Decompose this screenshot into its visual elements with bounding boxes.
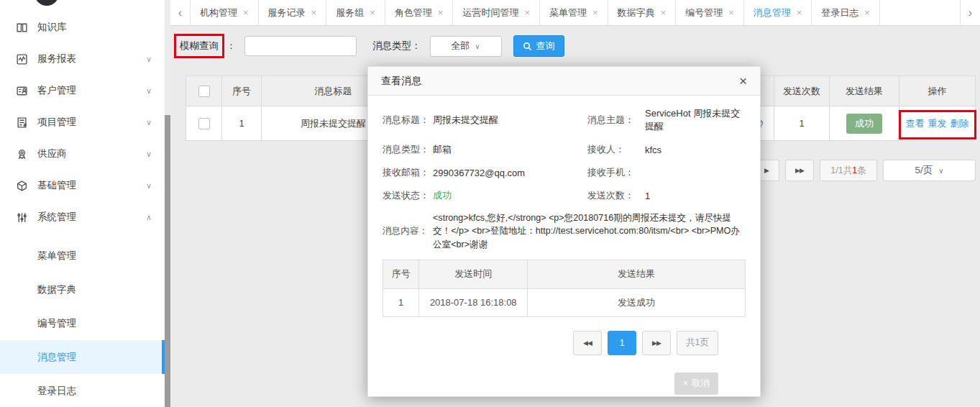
sidebar-item-label: 服务报表 bbox=[37, 52, 146, 65]
cancel-button[interactable]: × 取消 bbox=[674, 372, 718, 395]
field-label-send-count: 发送次数： bbox=[587, 189, 645, 202]
page-size-select[interactable]: 5/页 ∨ bbox=[883, 160, 976, 181]
resend-link[interactable]: 重发 bbox=[928, 117, 947, 130]
sidebar-subitem-label: 数据字典 bbox=[37, 283, 76, 296]
status-badge-success: 成功 bbox=[846, 114, 882, 134]
tab-item[interactable]: 登录日志 × bbox=[812, 0, 880, 25]
tab-item[interactable]: 编号管理 × bbox=[676, 0, 744, 25]
customer-card-icon bbox=[16, 85, 28, 97]
close-icon[interactable]: × bbox=[311, 7, 317, 18]
cube-icon bbox=[16, 180, 28, 192]
row-checkbox[interactable] bbox=[198, 118, 210, 129]
column-header-index: 序号 bbox=[222, 76, 262, 106]
sidebar-item-number-mgmt[interactable]: 编号管理 bbox=[0, 306, 165, 340]
send-history-header-row: 序号 发送时间 发送结果 bbox=[383, 260, 745, 289]
sidebar-subitem-label: 编号管理 bbox=[37, 317, 76, 330]
sidebar-scrollbar-track[interactable] bbox=[165, 0, 170, 407]
tabs-scroll-left-button[interactable]: ‹ bbox=[170, 0, 191, 25]
chevron-up-icon: ∧ bbox=[146, 213, 152, 222]
page-1-button-active[interactable]: 1 bbox=[608, 331, 636, 355]
search-icon bbox=[523, 42, 532, 51]
close-icon[interactable]: × bbox=[864, 7, 870, 18]
supplier-medal-icon bbox=[16, 148, 28, 160]
column-header-send-count: 发送次数 bbox=[774, 76, 830, 106]
sidebar-item-label: 供应商 bbox=[37, 147, 146, 160]
tab-label: 编号管理 bbox=[685, 6, 723, 19]
sidebar-item-login-log[interactable]: 登录日志 bbox=[0, 374, 165, 407]
field-value-send-count: 1 bbox=[645, 191, 746, 201]
first-page-button[interactable]: ◀◀ bbox=[573, 331, 602, 355]
table-pagination: ▶ ▶▶ 1/1共1条 5/页 ∨ bbox=[754, 160, 976, 181]
send-history-row: 1 2018-07-18 16:18:08 发送成功 bbox=[383, 289, 745, 316]
tab-item-active[interactable]: 消息管理 × bbox=[744, 0, 812, 25]
tab-item[interactable]: 机构管理 × bbox=[191, 0, 259, 25]
tab-label: 运营时间管理 bbox=[462, 6, 518, 19]
filter-bar: 模糊查询 ： 消息类型： 全部 ∨ 查询 bbox=[174, 33, 564, 59]
close-icon[interactable]: × bbox=[438, 7, 444, 18]
last-page-icon: ▶▶ bbox=[795, 167, 804, 174]
field-label-receiver: 接收人： bbox=[587, 143, 645, 156]
sidebar-item-label: 基础管理 bbox=[37, 179, 146, 192]
tab-item[interactable]: 运营时间管理 × bbox=[453, 0, 540, 25]
close-icon[interactable]: × bbox=[797, 7, 802, 18]
tabs-scroll-right-button[interactable]: › bbox=[960, 0, 980, 25]
view-message-modal: 查看消息 × 消息标题： 周报未提交提醒 消息主题： ServiceHot 周报… bbox=[367, 66, 761, 397]
close-icon[interactable]: × bbox=[243, 7, 249, 18]
sidebar-item-menu-mgmt[interactable]: 菜单管理 bbox=[0, 239, 165, 273]
message-type-selected-value: 全部 bbox=[451, 40, 470, 52]
field-label-phone: 接收手机： bbox=[587, 166, 645, 179]
fuzzy-search-colon: ： bbox=[226, 40, 236, 52]
cancel-x-icon: × bbox=[683, 378, 688, 388]
chevron-down-icon: ∨ bbox=[146, 86, 152, 96]
tab-label: 服务记录 bbox=[268, 6, 306, 19]
close-icon[interactable]: × bbox=[592, 7, 598, 18]
sidebar-item-project-mgmt[interactable]: 项目管理 ∨ bbox=[0, 106, 165, 138]
field-value-status: 成功 bbox=[433, 189, 587, 202]
view-link[interactable]: 查看 bbox=[906, 117, 925, 130]
close-icon[interactable]: × bbox=[370, 7, 375, 18]
sidebar-item-data-dict[interactable]: 数据字典 bbox=[0, 273, 165, 306]
sidebar-scrollbar-thumb[interactable] bbox=[165, 115, 170, 407]
last-page-button[interactable]: ▶▶ bbox=[642, 331, 671, 355]
tab-item[interactable]: 数据字典 × bbox=[608, 0, 677, 25]
message-type-select[interactable]: 全部 ∨ bbox=[430, 36, 502, 57]
close-icon[interactable]: × bbox=[524, 7, 530, 18]
tab-item[interactable]: 服务记录 × bbox=[259, 0, 327, 25]
field-label-email: 接收邮箱： bbox=[383, 166, 433, 179]
last-page-button[interactable]: ▶▶ bbox=[785, 160, 814, 181]
close-icon[interactable]: × bbox=[739, 74, 747, 88]
sidebar-item-supplier[interactable]: 供应商 ∨ bbox=[0, 138, 165, 170]
tab-label: 菜单管理 bbox=[549, 6, 587, 19]
close-icon[interactable]: × bbox=[728, 7, 734, 18]
column-header-index: 序号 bbox=[383, 260, 419, 288]
sliders-icon bbox=[16, 211, 28, 224]
sidebar-item-service-report[interactable]: 服务报表 ∨ bbox=[0, 43, 165, 75]
search-button-label: 查询 bbox=[536, 40, 555, 52]
sidebar-item-message-mgmt[interactable]: 消息管理 bbox=[0, 340, 165, 374]
sidebar-item-base-mgmt[interactable]: 基础管理 ∨ bbox=[0, 170, 165, 201]
fuzzy-search-label-annotated: 模糊查询 bbox=[174, 34, 224, 58]
field-label-title: 消息标题： bbox=[383, 114, 433, 127]
tab-item[interactable]: 角色管理 × bbox=[385, 0, 454, 25]
last-page-icon: ▶▶ bbox=[652, 339, 661, 347]
cell-send-time: 2018-07-18 16:18:08 bbox=[419, 289, 528, 316]
fuzzy-search-input[interactable] bbox=[244, 36, 357, 56]
search-button[interactable]: 查询 bbox=[513, 35, 564, 57]
sidebar-item-system-mgmt[interactable]: 系统管理 ∧ bbox=[0, 201, 165, 233]
tab-item[interactable]: 菜单管理 × bbox=[540, 0, 608, 25]
cell-index: 1 bbox=[383, 289, 419, 316]
total-pages-indicator: 共1页 bbox=[677, 331, 718, 355]
project-doc-icon bbox=[16, 116, 28, 129]
select-all-checkbox[interactable] bbox=[198, 86, 210, 97]
tab-item[interactable]: 服务组 × bbox=[326, 0, 385, 25]
close-icon[interactable]: × bbox=[661, 7, 667, 18]
sidebar-item-knowledge-base[interactable]: 知识库 bbox=[0, 12, 165, 43]
message-type-label: 消息类型： bbox=[372, 40, 421, 52]
chevron-down-icon: ∨ bbox=[146, 150, 152, 159]
sidebar-item-customer-mgmt[interactable]: 客户管理 ∨ bbox=[0, 75, 165, 106]
chevron-right-icon: › bbox=[968, 6, 972, 19]
chevron-down-icon: ∨ bbox=[146, 118, 152, 127]
sidebar-subitem-label: 消息管理 bbox=[37, 351, 76, 364]
delete-link[interactable]: 删除 bbox=[951, 117, 969, 130]
report-chart-icon bbox=[16, 53, 28, 65]
